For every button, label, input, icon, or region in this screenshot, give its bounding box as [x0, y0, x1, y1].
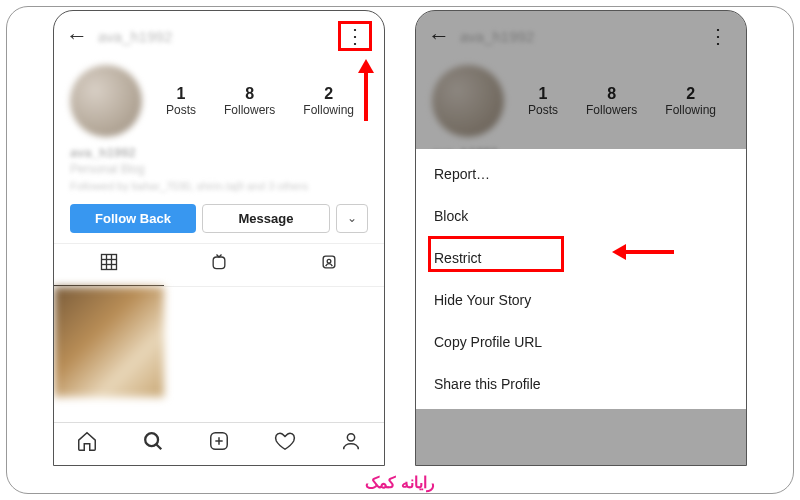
stat-posts-count: 1 — [166, 85, 196, 103]
stat-followers-count: 8 — [224, 85, 275, 103]
stat-followers-label: Followers — [224, 103, 275, 117]
phone-menu-view: ← ava_h1992 ⋮ 1 Posts 8 Followers 2 Foll… — [415, 10, 747, 466]
phone-profile-view: ← ava_h1992 ⋮ 1 Posts 8 Followers 2 Foll… — [53, 10, 385, 466]
svg-rect-5 — [213, 257, 225, 269]
stat-following-label: Following — [303, 103, 354, 117]
annotation-highlight-restrict — [428, 236, 564, 272]
tagged-icon — [319, 252, 339, 272]
stat-following[interactable]: 2 Following — [303, 85, 354, 117]
stat-followers[interactable]: 8 Followers — [224, 85, 275, 117]
nav-profile-icon[interactable] — [340, 430, 362, 458]
tab-igtv[interactable] — [164, 244, 274, 286]
profile-info-row: 1 Posts 8 Followers 2 Following — [54, 61, 384, 145]
svg-rect-6 — [323, 256, 335, 268]
profile-action-row: Follow Back Message ⌄ — [54, 194, 384, 243]
profile-tabs — [54, 243, 384, 287]
message-button[interactable]: Message — [202, 204, 330, 233]
stat-posts-label: Posts — [166, 103, 196, 117]
svg-line-9 — [156, 444, 161, 449]
more-options-icon[interactable]: ⋮ — [338, 21, 372, 51]
svg-point-13 — [347, 434, 354, 441]
bio-followed-by: Followed by bahar_7030, shirin.taj9 and … — [70, 179, 368, 193]
menu-share-profile[interactable]: Share this Profile — [416, 363, 747, 405]
stat-posts[interactable]: 1 Posts — [166, 85, 196, 117]
suggestions-dropdown-button[interactable]: ⌄ — [336, 204, 368, 233]
tab-grid[interactable] — [54, 244, 164, 286]
tab-tagged[interactable] — [274, 244, 384, 286]
menu-copy-url[interactable]: Copy Profile URL — [416, 321, 747, 363]
profile-options-menu: Report… Block Restrict Hide Your Story C… — [416, 149, 747, 409]
svg-rect-0 — [102, 254, 117, 269]
svg-point-8 — [145, 433, 158, 446]
watermark-logo: رایانه کمک — [365, 473, 434, 492]
profile-header: ← ava_h1992 ⋮ — [54, 11, 384, 61]
grid-icon — [99, 252, 119, 272]
bottom-nav — [54, 422, 384, 465]
back-icon[interactable]: ← — [66, 23, 88, 49]
nav-add-post-icon[interactable] — [208, 430, 230, 458]
post-thumbnail[interactable] — [54, 287, 164, 397]
nav-activity-icon[interactable] — [274, 430, 296, 458]
menu-block[interactable]: Block — [416, 195, 747, 237]
bio-category: Personal Blog — [70, 162, 368, 178]
follow-back-button[interactable]: Follow Back — [70, 204, 196, 233]
stat-following-count: 2 — [303, 85, 354, 103]
igtv-icon — [209, 252, 229, 272]
svg-point-7 — [327, 259, 331, 263]
bio-block: ava_h1992 Personal Blog Followed by baha… — [54, 145, 384, 194]
bio-name: ava_h1992 — [70, 145, 368, 162]
profile-stats: 1 Posts 8 Followers 2 Following — [152, 85, 368, 117]
avatar[interactable] — [70, 65, 142, 137]
posts-grid — [54, 287, 384, 397]
menu-report[interactable]: Report… — [416, 153, 747, 195]
profile-username: ava_h1992 — [98, 28, 338, 45]
nav-home-icon[interactable] — [76, 430, 98, 458]
nav-search-icon[interactable] — [142, 430, 164, 458]
menu-hide-story[interactable]: Hide Your Story — [416, 279, 747, 321]
